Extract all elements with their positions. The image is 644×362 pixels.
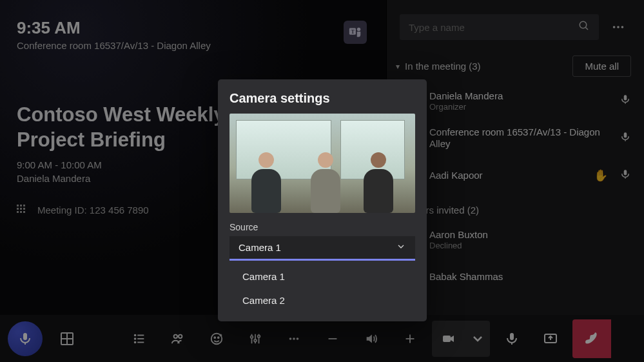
- selected-camera: Camera 1: [239, 242, 281, 253]
- source-label: Source: [229, 222, 415, 232]
- chevron-down-icon: [396, 241, 406, 254]
- camera-preview: [229, 114, 415, 213]
- modal-title: Camera settings: [229, 91, 415, 106]
- camera-option[interactable]: Camera 2: [229, 288, 415, 312]
- camera-settings-modal: Camera settings Source Camera 1 Camera 1…: [218, 79, 427, 321]
- camera-source-dropdown: Camera 1 Camera 2: [229, 261, 415, 321]
- camera-source-select[interactable]: Camera 1: [229, 236, 415, 261]
- camera-option[interactable]: Camera 1: [229, 265, 415, 288]
